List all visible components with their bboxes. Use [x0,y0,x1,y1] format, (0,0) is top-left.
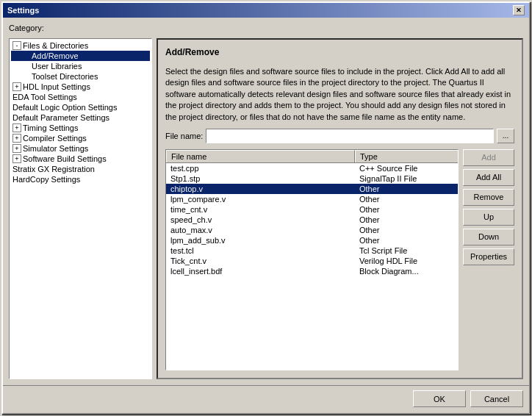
file-table-header: File name Type [166,150,458,163]
cell-type: Other [355,215,458,225]
cell-filename: lpm_compare.v [166,194,355,204]
expand-icon-files: - [12,41,21,50]
tree-item-hardcopy[interactable]: HardCopy Settings [11,174,150,184]
cancel-button[interactable]: Cancel [470,390,523,407]
cell-type: Other [355,194,458,204]
cell-filename: time_cnt.v [166,204,355,215]
cell-type: Tcl Script File [355,245,458,256]
cell-type: Other [355,204,458,215]
tree-item-default-param[interactable]: Default Parameter Settings [11,112,150,123]
file-name-row: File name: ... [165,129,514,143]
down-button[interactable]: Down [463,229,514,245]
tree-label-simulator: Simulator Settings [23,144,88,153]
cell-filename: speed_ch.v [166,215,355,225]
tree-item-timing[interactable]: + Timing Settings [11,123,150,133]
tree-label-default-logic: Default Logic Option Settings [12,103,117,112]
right-buttons: Add Add All Remove Up Down Properties [463,149,514,370]
table-row[interactable]: lpm_compare.v Other [166,194,458,204]
cell-filename: chiptop.v [166,184,355,194]
up-button[interactable]: Up [463,209,514,226]
remove-button[interactable]: Remove [463,189,514,206]
file-table-body: test.cpp C++ Source File Stp1.stp Signal… [166,163,458,370]
tree-item-hdl-input[interactable]: + HDL Input Settings [11,82,150,92]
dialog-title: Settings [7,6,39,15]
tree-label-eda-tool: EDA Tool Settings [12,93,77,101]
tree-label-hdl-input: HDL Input Settings [23,82,90,91]
main-area: - Files & Directories Add/Remove User Li… [9,38,523,379]
category-label: Category: [9,24,523,32]
title-bar: Settings ✕ [3,3,529,18]
tree-label-compiler: Compiler Settings [23,134,87,143]
table-row[interactable]: Stp1.stp SignalTap II File [166,173,458,184]
cell-filename: Stp1.stp [166,173,355,184]
tree-item-simulator[interactable]: + Simulator Settings [11,143,150,154]
tree-item-compiler[interactable]: + Compiler Settings [11,133,150,143]
section-title: Add/Remove [165,47,514,57]
cell-filename: auto_max.v [166,225,355,235]
table-row[interactable]: test.tcl Tcl Script File [166,245,458,256]
title-bar-buttons: ✕ [513,5,525,15]
cell-filename: test.tcl [166,245,355,256]
tree-label-user-libraries: User Libraries [32,62,82,71]
settings-dialog: Settings ✕ Category: - Files & Directori… [1,1,531,415]
cell-filename: test.cpp [166,163,355,173]
tree-item-stratix-gx[interactable]: Stratix GX Registration [11,164,150,174]
table-row[interactable]: time_cnt.v Other [166,204,458,215]
category-tree[interactable]: - Files & Directories Add/Remove User Li… [9,38,152,379]
tree-item-eda-tool[interactable]: EDA Tool Settings [11,92,150,102]
table-row[interactable]: auto_max.v Other [166,225,458,235]
expand-icon-software: + [12,154,21,163]
expand-icon-compiler: + [12,134,21,143]
tree-label-software-build: Software Build Settings [23,154,107,163]
cell-type: Other [355,225,458,235]
tree-label-files: Files & Directories [23,41,88,50]
browse-button[interactable]: ... [497,129,514,143]
cell-type: C++ Source File [355,163,458,173]
cell-type: Block Diagram... [355,266,458,276]
right-panel: Add/Remove Select the design files and s… [157,38,523,379]
dialog-content: Category: - Files & Directories Add/Remo… [3,18,529,385]
col-filename[interactable]: File name [166,150,355,162]
table-and-buttons: File name Type test.cpp C++ Source File … [165,149,514,370]
tree-item-files[interactable]: - Files & Directories [11,40,150,51]
cell-filename: lpm_add_sub.v [166,235,355,245]
expand-icon-simulator: + [12,144,21,153]
col-type[interactable]: Type [355,150,458,162]
file-name-input[interactable] [206,129,494,143]
cell-type: Verilog HDL File [355,256,458,266]
table-row[interactable]: chiptop.v Other [166,184,458,194]
file-table[interactable]: File name Type test.cpp C++ Source File … [165,149,459,370]
expand-icon-timing: + [12,123,21,132]
tree-label-default-param: Default Parameter Settings [12,113,109,122]
cell-filename: Tick_cnt.v [166,256,355,266]
properties-button[interactable]: Properties [463,248,514,265]
table-row[interactable]: lpm_add_sub.v Other [166,235,458,245]
tree-item-user-libraries[interactable]: User Libraries [11,61,150,71]
ok-button[interactable]: OK [413,390,466,407]
tree-item-add-remove[interactable]: Add/Remove [11,51,150,61]
expand-icon-hdl: + [12,82,21,91]
close-button[interactable]: ✕ [513,5,525,15]
description: Select the design files and software sou… [165,66,514,123]
table-row[interactable]: lcell_insert.bdf Block Diagram... [166,266,458,276]
cell-type: SignalTap II File [355,173,458,184]
cell-type: Other [355,235,458,245]
add-all-button[interactable]: Add All [463,169,514,186]
table-row[interactable]: speed_ch.v Other [166,215,458,225]
tree-label-add-remove: Add/Remove [32,51,79,60]
add-button[interactable]: Add [463,149,514,166]
file-name-label: File name: [165,132,203,140]
tree-label-timing: Timing Settings [23,123,78,132]
tree-label-hardcopy: HardCopy Settings [12,175,80,184]
tree-item-software-build[interactable]: + Software Build Settings [11,154,150,164]
bottom-bar: OK Cancel [3,385,529,413]
tree-item-toolset-directories[interactable]: Toolset Directories [11,71,150,82]
table-row[interactable]: Tick_cnt.v Verilog HDL File [166,256,458,266]
tree-label-toolset-directories: Toolset Directories [32,72,98,81]
table-row[interactable]: test.cpp C++ Source File [166,163,458,173]
tree-label-stratix-gx: Stratix GX Registration [12,165,95,173]
tree-item-default-logic[interactable]: Default Logic Option Settings [11,102,150,112]
cell-filename: lcell_insert.bdf [166,266,355,276]
cell-type: Other [355,184,458,194]
